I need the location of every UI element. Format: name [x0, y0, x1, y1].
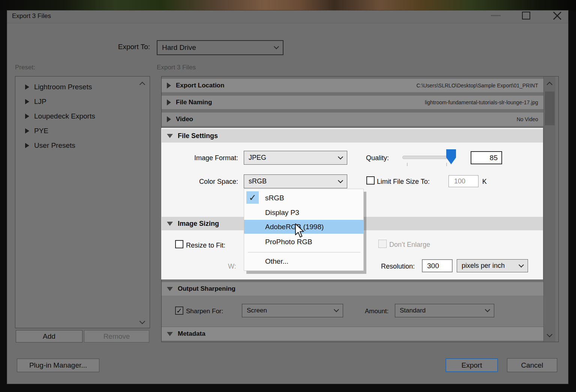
add-button[interactable]: Add — [16, 330, 82, 342]
resolution-unit-dropdown[interactable]: pixels per inch — [457, 259, 528, 272]
expand-triangle-icon[interactable] — [25, 114, 29, 119]
preset-item-label: User Presets — [34, 141, 75, 150]
menu-item-other[interactable]: Other... — [244, 254, 363, 268]
section-export-location[interactable]: Export Location C:\Users\SLRLO\Desktop\S… — [162, 79, 543, 92]
image-format-dropdown[interactable]: JPEG — [244, 151, 347, 165]
plugin-manager-button[interactable]: Plug-in Manager... — [17, 359, 99, 372]
cancel-button[interactable]: Cancel — [507, 358, 557, 372]
resize-to-fit-checkbox[interactable] — [175, 240, 183, 248]
export-button-label: Export — [462, 361, 482, 369]
remove-button: Remove — [84, 330, 149, 342]
check-icon: ✓ — [176, 307, 182, 314]
section-metadata-header[interactable]: Metadata — [162, 327, 543, 341]
preset-item-label: Lightroom Presets — [34, 83, 92, 91]
collapsed-triangle-icon — [167, 99, 171, 105]
menu-item-display-p3[interactable]: Display P3 — [244, 206, 363, 219]
cancel-button-label: Cancel — [521, 361, 543, 369]
chevron-down-icon — [338, 154, 343, 159]
add-button-label: Add — [43, 332, 56, 341]
color-space-dropdown[interactable]: sRGB — [244, 174, 347, 188]
section-title: File Naming — [176, 99, 212, 106]
section-output-sharpening-header[interactable]: Output Sharpening — [162, 282, 543, 296]
amount-dropdown[interactable]: Standard — [395, 304, 494, 317]
close-x-glyph — [552, 11, 562, 21]
export-to-value: Hard Drive — [162, 44, 196, 52]
export-button[interactable]: Export — [446, 358, 498, 372]
minimize-icon[interactable] — [491, 15, 501, 16]
chevron-down-icon — [334, 307, 339, 312]
export-to-label: Export To: — [90, 43, 150, 51]
preset-scroll-down-icon[interactable] — [140, 318, 146, 324]
section-value: No Video — [517, 116, 538, 122]
section-value: C:\Users\SLRLO\Desktop\Sample Export\01_… — [417, 83, 538, 89]
screen: Export 3 Files Export To: Hard Drive Pre… — [0, 0, 576, 392]
checked-icon: ✓ — [246, 191, 259, 204]
maximize-icon[interactable] — [522, 12, 530, 20]
preset-item-label: Loupedeck Exports — [34, 112, 95, 120]
limit-file-size-unit: K — [482, 178, 487, 186]
chevron-down-icon — [485, 307, 490, 312]
quality-slider-track[interactable] — [402, 156, 453, 159]
collapsed-triangle-icon — [167, 83, 171, 89]
scroll-down-icon[interactable] — [547, 332, 553, 338]
resolution-input[interactable]: 300 — [422, 259, 453, 272]
section-title: Image Sizing — [178, 220, 219, 228]
expanded-triangle-icon — [167, 332, 173, 336]
scrollbar-thumb[interactable] — [545, 92, 555, 125]
expanded-triangle-icon — [167, 287, 173, 291]
preset-list[interactable]: Lightroom Presets LJP Loupedeck Exports … — [15, 76, 150, 328]
resize-to-fit-label: Resize to Fit: — [186, 242, 225, 249]
preset-item-user-presets[interactable]: User Presets — [15, 140, 150, 152]
dialog-title: Export 3 Files — [12, 12, 51, 20]
section-file-settings-header[interactable]: File Settings — [162, 129, 543, 143]
preset-item-lightroom-presets[interactable]: Lightroom Presets — [15, 81, 150, 93]
preset-item-loupedeck-exports[interactable]: Loupedeck Exports — [15, 110, 150, 122]
quality-value: 85 — [490, 154, 498, 162]
color-space-value: sRGB — [249, 177, 267, 185]
section-title: Metadata — [178, 330, 206, 338]
plugin-manager-label: Plug-in Manager... — [29, 361, 87, 369]
quality-label: Quality: — [366, 154, 389, 162]
remove-button-label: Remove — [104, 332, 130, 341]
expand-triangle-icon[interactable] — [25, 84, 29, 90]
section-title: Output Sharpening — [178, 285, 236, 293]
dialog-titlebar[interactable] — [7, 11, 568, 23]
section-file-naming[interactable]: File Naming lightroom-fundamental-tutori… — [162, 96, 543, 109]
section-video[interactable]: Video No Video — [162, 113, 543, 126]
export-to-dropdown[interactable]: Hard Drive — [157, 40, 284, 55]
sections-scrollbar[interactable] — [543, 77, 555, 342]
limit-file-size-value: 100 — [454, 177, 465, 185]
expand-triangle-icon[interactable] — [25, 143, 29, 148]
main-panel-caption: Export 3 Files — [157, 64, 196, 71]
image-format-label: Image Format: — [171, 154, 238, 162]
resolution-value: 300 — [427, 262, 439, 270]
sharpen-for-dropdown[interactable]: Screen — [242, 304, 343, 317]
preset-item-ljp[interactable]: LJP — [15, 96, 150, 108]
expand-triangle-icon[interactable] — [25, 128, 29, 134]
expand-triangle-icon[interactable] — [25, 99, 29, 104]
close-icon[interactable] — [552, 11, 562, 21]
dont-enlarge-checkbox — [378, 240, 387, 248]
amount-value: Standard — [400, 307, 426, 314]
chevron-down-icon — [274, 44, 279, 49]
preset-item-label: PYE — [34, 127, 48, 135]
expanded-triangle-icon — [167, 134, 173, 138]
preset-item-pye[interactable]: PYE — [15, 125, 150, 137]
sharpen-for-checkbox[interactable]: ✓ — [175, 306, 183, 315]
quality-value-input[interactable]: 85 — [471, 151, 502, 164]
width-label: W: — [228, 263, 236, 270]
limit-file-size-checkbox[interactable] — [366, 176, 375, 185]
limit-file-size-label: Limit File Size To: — [377, 178, 430, 186]
preset-caption: Preset: — [15, 64, 35, 71]
dont-enlarge-label: Don’t Enlarge — [389, 241, 430, 249]
section-title: Export Location — [176, 82, 224, 89]
menu-item-srgb[interactable]: sRGB — [244, 191, 363, 205]
slider-tick-icon — [446, 163, 447, 166]
menu-item-label: Display P3 — [265, 209, 299, 217]
preset-item-label: LJP — [34, 98, 46, 106]
chevron-down-icon — [338, 178, 343, 183]
expanded-triangle-icon — [167, 222, 173, 226]
resolution-unit-value: pixels per inch — [462, 262, 505, 270]
slider-tick-icon — [407, 163, 408, 166]
scroll-up-icon[interactable] — [547, 82, 553, 88]
